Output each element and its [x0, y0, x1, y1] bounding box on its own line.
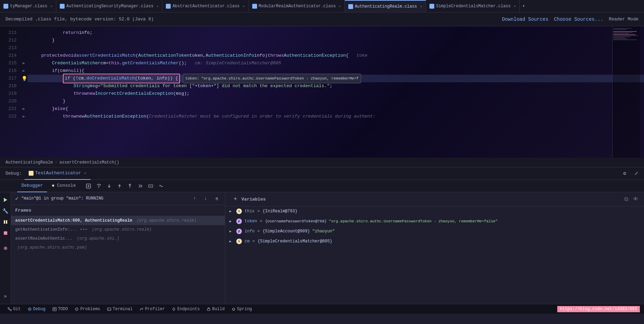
status-profiler[interactable]: Profiler: [136, 304, 169, 314]
step-into-btn[interactable]: [104, 181, 114, 191]
code-line-220: }: [28, 98, 644, 105]
status-todo[interactable]: TODO: [49, 304, 72, 314]
settings-icon[interactable]: ⚙: [620, 169, 629, 178]
var-cm[interactable]: ▶ i cm = {SimpleCredentialsMatcher@805}: [225, 237, 644, 247]
var-token[interactable]: ▶ p token = {UsernamePasswordToken@768} …: [225, 216, 644, 226]
code-line-213: [28, 44, 644, 52]
session-icon: [29, 171, 34, 176]
svg-marker-3: [22, 115, 25, 118]
var-this[interactable]: ▶ i this = {IniRealm@793}: [225, 206, 644, 216]
watch-icon[interactable]: 👁: [632, 196, 640, 203]
frame-pkg-2: (org.apache.shiro.realm): [89, 227, 152, 232]
svg-marker-0: [22, 62, 25, 64]
resume-icon[interactable]: [1, 195, 10, 205]
tab-close[interactable]: ✕: [50, 4, 53, 8]
var-name-cm: cm: [245, 239, 249, 244]
debug-icon: [28, 307, 32, 311]
frames-header: Frames: [11, 205, 225, 216]
evaluate-btn[interactable]: [146, 181, 155, 191]
status-build[interactable]: Build: [203, 304, 228, 314]
code-line-221: } else {: [28, 105, 644, 113]
frames-panel: ✓ "main"@1 in group "main": RUNNING ↑ ↓ …: [11, 192, 225, 304]
status-endpoints[interactable]: Endpoints: [168, 304, 203, 314]
status-debug[interactable]: Debug: [24, 304, 49, 314]
add-variable-btn[interactable]: +: [229, 194, 242, 205]
svg-marker-1: [22, 70, 25, 72]
breadcrumb-separator: ›: [55, 160, 57, 165]
csdn-url[interactable]: https://blog.csdn.net/i4383/093: [557, 306, 640, 312]
session-close[interactable]: ✕: [84, 171, 86, 175]
status-spring[interactable]: Spring: [228, 304, 255, 314]
force-step-btn[interactable]: [135, 181, 145, 191]
var-info[interactable]: ▶ p info = {SimpleAccount@909} "zhaoyun": [225, 226, 644, 237]
tab-authenticatingrealm[interactable]: AuthenticatingRealm.class ✕: [345, 0, 426, 12]
wrench-icon[interactable]: 🔧: [1, 206, 10, 216]
session-name[interactable]: TestAuthenticator: [35, 170, 81, 176]
debug-action-buttons: [84, 181, 166, 191]
download-sources-button[interactable]: Download Sources: [502, 17, 548, 22]
expand-icon[interactable]: ⤢: [632, 169, 641, 178]
tab-tymanager[interactable]: tyManager.class ✕: [0, 0, 56, 12]
debug-tab-icon-container: TestAuthenticator ✕: [25, 167, 91, 180]
variables-header: Variables: [242, 197, 266, 202]
reader-mode-button[interactable]: Reader Mode: [609, 17, 638, 22]
code-line-212: }: [28, 37, 644, 44]
tab-close[interactable]: ✕: [514, 4, 516, 8]
mute-breakpoints-icon[interactable]: [1, 243, 10, 253]
trace-btn[interactable]: [156, 181, 166, 191]
decompiled-message: Decompiled .class file, bytecode version…: [6, 17, 154, 22]
tab-overflow-button[interactable]: ▾: [520, 3, 528, 9]
frame-item-3[interactable]: assertRealmAuthentic... (org.apache.shi.…: [11, 234, 225, 243]
tab-close[interactable]: ✕: [420, 4, 422, 9]
console-tab[interactable]: ■ Console: [48, 180, 80, 192]
tab-icon: [3, 4, 8, 9]
terminal-label: Terminal: [113, 307, 133, 312]
svg-point-23: [29, 308, 30, 309]
breadcrumb-method[interactable]: assertCredentialsMatch(): [59, 160, 119, 165]
stop-icon[interactable]: [1, 228, 10, 238]
svg-rect-15: [6, 220, 7, 224]
tab-close[interactable]: ✕: [243, 4, 245, 8]
step-over-btn[interactable]: [94, 181, 104, 191]
status-problems[interactable]: Problems: [71, 304, 104, 314]
frame-item-2[interactable]: getAuthenticationInfo:... ••• (org.apach…: [11, 225, 225, 234]
status-git[interactable]: Git: [4, 304, 24, 314]
step-out2-btn[interactable]: [125, 181, 135, 191]
filter-frames-btn[interactable]: ⚗: [212, 194, 221, 203]
code-line-214: protected void assertCredentialsMatch(Au…: [28, 52, 644, 59]
terminal-icon: [107, 307, 111, 311]
tab-icon: [166, 4, 171, 9]
choose-sources-button[interactable]: Choose Sources...: [554, 17, 603, 22]
svg-rect-36: [207, 309, 210, 311]
breadcrumb-class[interactable]: AuthenticatingRealm: [6, 160, 53, 165]
debug-label: Debug:: [3, 171, 25, 176]
frame-item-4[interactable]: (org.apache.shiro.authc.pam): [11, 243, 225, 252]
tab-modularrealm[interactable]: ModularRealmAuthenticator.class ✕: [249, 0, 345, 12]
up-frame-btn[interactable]: ↑: [190, 194, 199, 203]
svg-marker-2: [22, 108, 25, 110]
expand-debug-icon[interactable]: »: [1, 291, 10, 301]
svg-point-33: [173, 308, 175, 310]
var-name-info: info: [245, 229, 255, 234]
frame-name-2: getAuthenticationInfo:... •••: [15, 227, 87, 232]
code-line-215: CredentialsMatcher cm = this.getCredenti…: [28, 59, 644, 67]
down-frame-btn[interactable]: ↓: [201, 194, 210, 203]
status-terminal[interactable]: Terminal: [104, 304, 136, 314]
debugger-tab[interactable]: Debugger: [17, 180, 47, 192]
var-badge-cm: i: [236, 239, 242, 244]
copy-variables-icon[interactable]: ⧉: [623, 196, 629, 203]
pause-program-icon[interactable]: [1, 217, 10, 227]
show-execution-point-btn[interactable]: [84, 181, 93, 191]
tab-authenticatingsecurity[interactable]: AuthenticatingSecurityManager.class ✕: [56, 0, 162, 12]
git-label: Git: [13, 307, 21, 312]
tab-abstractauthenticator[interactable]: AbstractAuthenticator.class ✕: [162, 0, 248, 12]
frame-item-1[interactable]: assertCredentialsMatch:600, Authenticati…: [11, 216, 225, 225]
tab-close[interactable]: ✕: [157, 4, 159, 8]
step-out-btn[interactable]: [115, 181, 124, 191]
tab-close[interactable]: ✕: [339, 4, 341, 8]
var-expander-cm: ▶: [229, 239, 234, 243]
code-line-217: if (!cm.doCredentialsMatch(token, info))…: [28, 75, 644, 82]
tab-simplecredentials[interactable]: SimpleCredentialsMatcher.class ✕: [426, 0, 520, 12]
svg-rect-14: [4, 220, 5, 224]
svg-rect-31: [107, 308, 111, 311]
